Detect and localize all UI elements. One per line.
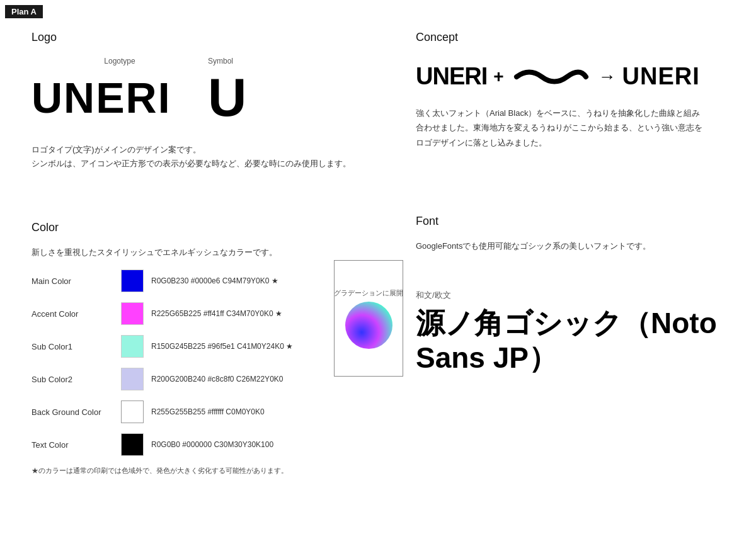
concept-plus: + (493, 67, 503, 87)
logotype-label: Logotype (32, 57, 208, 65)
gradient-annotation-box: グラデーションに展開 (334, 260, 403, 377)
color-label-sub2: Sub Color2 (32, 375, 113, 384)
logo-description: ロゴタイプ(文字)がメインのデザイン案です。 シンボルは、アイコンや正方形での表… (32, 143, 397, 171)
font-section-title: Font (416, 215, 724, 228)
color-label-bg: Back Ground Color (32, 407, 113, 417)
concept-part1: UNERI (416, 63, 487, 90)
color-values-bg: R255G255B255 #ffffff C0M0Y0K0 (151, 407, 265, 416)
font-intro: GoogleFontsでも使用可能なゴシック系の美しいフォントです。 (416, 241, 724, 252)
color-label-text: Text Color (32, 440, 113, 450)
concept-description: 強く太いフォント（Arial Black）をベースに、うねりを抽象化した曲線と組… (416, 106, 706, 150)
color-label-accent: Accent Color (32, 309, 113, 319)
color-section-title: Color (32, 221, 397, 234)
color-label-sub1: Sub Color1 (32, 342, 113, 351)
color-swatch-sub2 (121, 368, 144, 390)
color-label-main: Main Color (32, 276, 113, 286)
color-swatch-main (121, 270, 144, 292)
symbol-label: Symbol (208, 57, 233, 65)
concept-formula: UNERI + → UNERI (416, 63, 724, 90)
color-swatch-bg (121, 401, 144, 423)
concept-result: UNERI (622, 63, 700, 90)
color-swatch-sub1 (121, 335, 144, 358)
gradient-label: グラデーションに展開 (334, 288, 403, 298)
logo-symbol: U (208, 71, 246, 124)
logo-wordmark: UNERI (32, 73, 208, 122)
concept-section-title: Concept (416, 31, 724, 44)
color-values-accent: R225G65B225 #ff41ff C34M70Y0K0 ★ (151, 309, 282, 318)
font-display-text: 源ノ角ゴシック（Noto Sans JP） (416, 306, 724, 375)
color-rows: Main Color R0G0B230 #0000e6 C94M79Y0K0 ★… (32, 270, 397, 456)
logo-section-title: Logo (32, 31, 397, 44)
font-category: 和文/欧文 (416, 290, 724, 301)
color-row-bg: Back Ground Color R255G255B255 #ffffff C… (32, 401, 397, 423)
color-values-text: R0G0B0 #000000 C30M30Y30K100 (151, 440, 273, 449)
concept-arrow: → (598, 67, 616, 87)
color-swatch-text (121, 433, 144, 456)
color-values-sub1: R150G245B225 #96f5e1 C41M0Y24K0 ★ (151, 342, 293, 351)
color-note: ★のカラーは通常の印刷では色域外で、発色が大きく劣化する可能性があります。 (32, 466, 397, 475)
color-swatch-accent (121, 302, 144, 325)
color-row-text: Text Color R0G0B0 #000000 C30M30Y30K100 (32, 433, 397, 456)
concept-wave-shape (510, 64, 592, 89)
color-intro: 新しさを重視したスタイリッシュでエネルギッシュなカラーです。 (32, 247, 397, 258)
plan-tag: Plan A (5, 5, 43, 18)
color-values-sub2: R200G200B240 #c8c8f0 C26M22Y0K0 (151, 375, 283, 383)
color-values-main: R0G0B230 #0000e6 C94M79Y0K0 ★ (151, 276, 278, 285)
gradient-circle (345, 302, 392, 349)
